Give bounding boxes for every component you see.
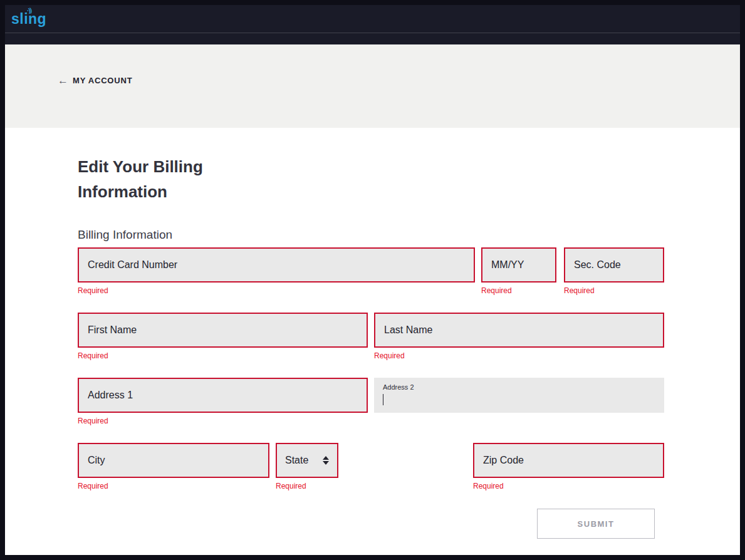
- app-window: sling ·)) ← MY ACCOUNT Edit Your Billing…: [5, 5, 740, 555]
- form-row-address: Required Address 2: [78, 378, 664, 425]
- required-label: Required: [374, 351, 664, 360]
- required-label: Required: [473, 482, 664, 490]
- address2-input-row: [383, 393, 655, 406]
- zip-group: Required: [473, 443, 664, 490]
- zip-code-input[interactable]: [473, 443, 664, 478]
- main-content: Edit Your Billing Information Billing In…: [5, 128, 740, 555]
- form-row-name: Required Required: [78, 313, 664, 360]
- back-to-my-account-link[interactable]: ← MY ACCOUNT: [58, 75, 132, 86]
- city-input[interactable]: [78, 443, 269, 478]
- submit-row: SUBMIT: [5, 509, 664, 539]
- subheader-band: ← MY ACCOUNT: [5, 44, 740, 128]
- address2-group: Address 2: [374, 378, 664, 425]
- logo-antenna-icon: ·)): [26, 7, 31, 14]
- required-label: Required: [78, 417, 368, 425]
- credit-card-input[interactable]: [78, 247, 475, 283]
- billing-form: Required Required Required Required: [78, 247, 664, 539]
- sec-code-input[interactable]: [564, 247, 664, 283]
- select-caret-icon: [323, 456, 329, 465]
- last-name-group: Required: [374, 313, 664, 360]
- form-row-card: Required Required Required: [78, 247, 664, 295]
- city-group: Required: [78, 443, 269, 490]
- required-label: Required: [78, 482, 269, 490]
- submit-button[interactable]: SUBMIT: [537, 509, 655, 539]
- top-navbar: sling ·)): [5, 5, 740, 33]
- credit-card-group: Required: [78, 247, 475, 295]
- required-label: Required: [564, 286, 664, 295]
- back-arrow-icon: ←: [58, 75, 68, 86]
- expiry-group: Required: [481, 247, 556, 295]
- required-label: Required: [78, 286, 475, 295]
- first-name-group: Required: [78, 313, 368, 360]
- top-navbar-strip: [5, 33, 740, 44]
- state-group: State Required: [276, 443, 338, 490]
- address1-group: Required: [78, 378, 368, 425]
- required-label: Required: [276, 482, 338, 490]
- address2-field[interactable]: Address 2: [374, 378, 664, 413]
- first-name-input[interactable]: [78, 313, 368, 348]
- address2-input[interactable]: [383, 393, 655, 406]
- sling-logo[interactable]: sling ·)): [11, 12, 46, 26]
- expiry-input[interactable]: [481, 247, 556, 283]
- sec-code-group: Required: [564, 247, 664, 295]
- state-select[interactable]: State: [276, 443, 338, 478]
- last-name-input[interactable]: [374, 313, 664, 348]
- address2-floating-label: Address 2: [383, 383, 655, 391]
- required-label: Required: [78, 351, 368, 360]
- page-title: Edit Your Billing Information: [78, 154, 284, 204]
- form-row-city-state-zip: Required State Required Required: [78, 443, 664, 490]
- required-label: Required: [481, 286, 556, 295]
- back-link-label: MY ACCOUNT: [73, 76, 132, 85]
- section-heading: Billing Information: [78, 228, 740, 242]
- state-selected-value: State: [285, 455, 308, 466]
- address1-input[interactable]: [78, 378, 368, 413]
